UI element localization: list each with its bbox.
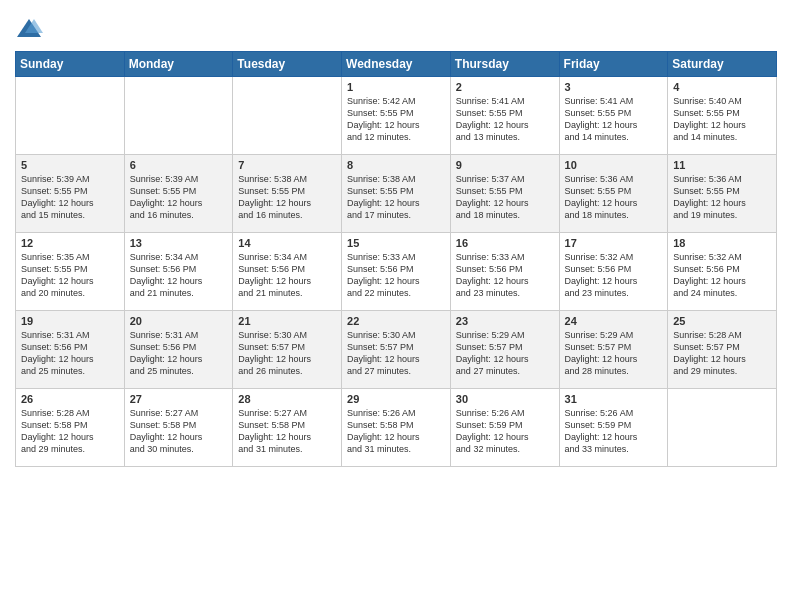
day-info: Sunrise: 5:32 AM Sunset: 5:56 PM Dayligh… bbox=[673, 251, 771, 300]
day-cell: 7Sunrise: 5:38 AM Sunset: 5:55 PM Daylig… bbox=[233, 155, 342, 233]
day-cell bbox=[233, 77, 342, 155]
day-number: 9 bbox=[456, 159, 554, 171]
day-cell: 29Sunrise: 5:26 AM Sunset: 5:58 PM Dayli… bbox=[342, 389, 451, 467]
day-cell bbox=[16, 77, 125, 155]
day-info: Sunrise: 5:34 AM Sunset: 5:56 PM Dayligh… bbox=[238, 251, 336, 300]
day-info: Sunrise: 5:38 AM Sunset: 5:55 PM Dayligh… bbox=[347, 173, 445, 222]
week-row-5: 26Sunrise: 5:28 AM Sunset: 5:58 PM Dayli… bbox=[16, 389, 777, 467]
day-cell: 9Sunrise: 5:37 AM Sunset: 5:55 PM Daylig… bbox=[450, 155, 559, 233]
day-cell: 17Sunrise: 5:32 AM Sunset: 5:56 PM Dayli… bbox=[559, 233, 668, 311]
calendar-table: SundayMondayTuesdayWednesdayThursdayFrid… bbox=[15, 51, 777, 467]
day-number: 17 bbox=[565, 237, 663, 249]
day-number: 13 bbox=[130, 237, 228, 249]
day-cell: 8Sunrise: 5:38 AM Sunset: 5:55 PM Daylig… bbox=[342, 155, 451, 233]
week-row-2: 5Sunrise: 5:39 AM Sunset: 5:55 PM Daylig… bbox=[16, 155, 777, 233]
day-number: 28 bbox=[238, 393, 336, 405]
day-cell: 6Sunrise: 5:39 AM Sunset: 5:55 PM Daylig… bbox=[124, 155, 233, 233]
day-cell: 1Sunrise: 5:42 AM Sunset: 5:55 PM Daylig… bbox=[342, 77, 451, 155]
day-number: 2 bbox=[456, 81, 554, 93]
calendar-container: SundayMondayTuesdayWednesdayThursdayFrid… bbox=[0, 0, 792, 477]
day-cell: 25Sunrise: 5:28 AM Sunset: 5:57 PM Dayli… bbox=[668, 311, 777, 389]
day-number: 6 bbox=[130, 159, 228, 171]
logo bbox=[15, 15, 47, 43]
day-number: 29 bbox=[347, 393, 445, 405]
day-cell: 3Sunrise: 5:41 AM Sunset: 5:55 PM Daylig… bbox=[559, 77, 668, 155]
day-info: Sunrise: 5:33 AM Sunset: 5:56 PM Dayligh… bbox=[456, 251, 554, 300]
weekday-header-monday: Monday bbox=[124, 52, 233, 77]
logo-icon bbox=[15, 15, 43, 43]
day-info: Sunrise: 5:36 AM Sunset: 5:55 PM Dayligh… bbox=[673, 173, 771, 222]
day-info: Sunrise: 5:31 AM Sunset: 5:56 PM Dayligh… bbox=[130, 329, 228, 378]
day-info: Sunrise: 5:29 AM Sunset: 5:57 PM Dayligh… bbox=[456, 329, 554, 378]
day-number: 7 bbox=[238, 159, 336, 171]
day-info: Sunrise: 5:36 AM Sunset: 5:55 PM Dayligh… bbox=[565, 173, 663, 222]
day-cell: 5Sunrise: 5:39 AM Sunset: 5:55 PM Daylig… bbox=[16, 155, 125, 233]
day-number: 31 bbox=[565, 393, 663, 405]
day-number: 24 bbox=[565, 315, 663, 327]
day-number: 21 bbox=[238, 315, 336, 327]
day-info: Sunrise: 5:32 AM Sunset: 5:56 PM Dayligh… bbox=[565, 251, 663, 300]
day-number: 3 bbox=[565, 81, 663, 93]
day-number: 26 bbox=[21, 393, 119, 405]
header-row bbox=[15, 15, 777, 43]
day-number: 11 bbox=[673, 159, 771, 171]
weekday-header-row: SundayMondayTuesdayWednesdayThursdayFrid… bbox=[16, 52, 777, 77]
day-info: Sunrise: 5:41 AM Sunset: 5:55 PM Dayligh… bbox=[456, 95, 554, 144]
day-cell: 18Sunrise: 5:32 AM Sunset: 5:56 PM Dayli… bbox=[668, 233, 777, 311]
day-info: Sunrise: 5:26 AM Sunset: 5:58 PM Dayligh… bbox=[347, 407, 445, 456]
day-number: 15 bbox=[347, 237, 445, 249]
day-info: Sunrise: 5:39 AM Sunset: 5:55 PM Dayligh… bbox=[130, 173, 228, 222]
day-cell: 26Sunrise: 5:28 AM Sunset: 5:58 PM Dayli… bbox=[16, 389, 125, 467]
weekday-header-wednesday: Wednesday bbox=[342, 52, 451, 77]
day-cell bbox=[124, 77, 233, 155]
day-number: 14 bbox=[238, 237, 336, 249]
day-cell: 22Sunrise: 5:30 AM Sunset: 5:57 PM Dayli… bbox=[342, 311, 451, 389]
day-cell: 11Sunrise: 5:36 AM Sunset: 5:55 PM Dayli… bbox=[668, 155, 777, 233]
day-number: 4 bbox=[673, 81, 771, 93]
day-info: Sunrise: 5:34 AM Sunset: 5:56 PM Dayligh… bbox=[130, 251, 228, 300]
day-info: Sunrise: 5:26 AM Sunset: 5:59 PM Dayligh… bbox=[456, 407, 554, 456]
day-cell: 27Sunrise: 5:27 AM Sunset: 5:58 PM Dayli… bbox=[124, 389, 233, 467]
day-cell: 10Sunrise: 5:36 AM Sunset: 5:55 PM Dayli… bbox=[559, 155, 668, 233]
day-cell: 19Sunrise: 5:31 AM Sunset: 5:56 PM Dayli… bbox=[16, 311, 125, 389]
week-row-3: 12Sunrise: 5:35 AM Sunset: 5:55 PM Dayli… bbox=[16, 233, 777, 311]
day-info: Sunrise: 5:41 AM Sunset: 5:55 PM Dayligh… bbox=[565, 95, 663, 144]
day-number: 22 bbox=[347, 315, 445, 327]
day-number: 10 bbox=[565, 159, 663, 171]
day-info: Sunrise: 5:26 AM Sunset: 5:59 PM Dayligh… bbox=[565, 407, 663, 456]
day-info: Sunrise: 5:37 AM Sunset: 5:55 PM Dayligh… bbox=[456, 173, 554, 222]
day-info: Sunrise: 5:27 AM Sunset: 5:58 PM Dayligh… bbox=[130, 407, 228, 456]
day-cell: 24Sunrise: 5:29 AM Sunset: 5:57 PM Dayli… bbox=[559, 311, 668, 389]
day-info: Sunrise: 5:27 AM Sunset: 5:58 PM Dayligh… bbox=[238, 407, 336, 456]
weekday-header-friday: Friday bbox=[559, 52, 668, 77]
day-number: 30 bbox=[456, 393, 554, 405]
day-cell: 23Sunrise: 5:29 AM Sunset: 5:57 PM Dayli… bbox=[450, 311, 559, 389]
day-info: Sunrise: 5:30 AM Sunset: 5:57 PM Dayligh… bbox=[347, 329, 445, 378]
day-info: Sunrise: 5:42 AM Sunset: 5:55 PM Dayligh… bbox=[347, 95, 445, 144]
weekday-header-sunday: Sunday bbox=[16, 52, 125, 77]
day-cell: 20Sunrise: 5:31 AM Sunset: 5:56 PM Dayli… bbox=[124, 311, 233, 389]
day-number: 18 bbox=[673, 237, 771, 249]
day-cell: 31Sunrise: 5:26 AM Sunset: 5:59 PM Dayli… bbox=[559, 389, 668, 467]
day-number: 25 bbox=[673, 315, 771, 327]
day-info: Sunrise: 5:28 AM Sunset: 5:58 PM Dayligh… bbox=[21, 407, 119, 456]
day-number: 12 bbox=[21, 237, 119, 249]
day-cell: 16Sunrise: 5:33 AM Sunset: 5:56 PM Dayli… bbox=[450, 233, 559, 311]
day-cell: 2Sunrise: 5:41 AM Sunset: 5:55 PM Daylig… bbox=[450, 77, 559, 155]
day-info: Sunrise: 5:33 AM Sunset: 5:56 PM Dayligh… bbox=[347, 251, 445, 300]
day-cell: 15Sunrise: 5:33 AM Sunset: 5:56 PM Dayli… bbox=[342, 233, 451, 311]
day-cell: 14Sunrise: 5:34 AM Sunset: 5:56 PM Dayli… bbox=[233, 233, 342, 311]
day-number: 1 bbox=[347, 81, 445, 93]
day-cell: 28Sunrise: 5:27 AM Sunset: 5:58 PM Dayli… bbox=[233, 389, 342, 467]
day-info: Sunrise: 5:35 AM Sunset: 5:55 PM Dayligh… bbox=[21, 251, 119, 300]
weekday-header-saturday: Saturday bbox=[668, 52, 777, 77]
day-cell bbox=[668, 389, 777, 467]
day-info: Sunrise: 5:39 AM Sunset: 5:55 PM Dayligh… bbox=[21, 173, 119, 222]
day-info: Sunrise: 5:30 AM Sunset: 5:57 PM Dayligh… bbox=[238, 329, 336, 378]
day-info: Sunrise: 5:29 AM Sunset: 5:57 PM Dayligh… bbox=[565, 329, 663, 378]
day-number: 16 bbox=[456, 237, 554, 249]
week-row-1: 1Sunrise: 5:42 AM Sunset: 5:55 PM Daylig… bbox=[16, 77, 777, 155]
day-cell: 30Sunrise: 5:26 AM Sunset: 5:59 PM Dayli… bbox=[450, 389, 559, 467]
day-number: 19 bbox=[21, 315, 119, 327]
day-number: 5 bbox=[21, 159, 119, 171]
